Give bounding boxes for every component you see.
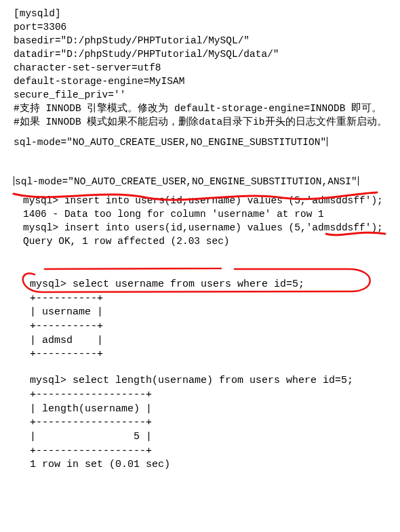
- config-comment-delete-ib: #如果 INNODB 模式如果不能启动，删除data目录下ib开头的日志文件重新…: [14, 115, 395, 129]
- config-charset: character-set-server=utf8: [14, 61, 395, 75]
- config-section: [mysqld]: [14, 7, 395, 20]
- term1-line4: Query OK, 1 row affected (2.03 sec): [23, 234, 395, 248]
- config-comment-innodb: #支持 INNODB 引擎模式。修改为 default-storage-engi…: [14, 102, 395, 115]
- config-port: port=3306: [14, 20, 395, 34]
- config-sqlmode-1: sql-mode="NO_AUTO_CREATE_USER,NO_ENGINE_…: [14, 136, 395, 149]
- query-1-block: mysql> select username from users where …: [14, 275, 395, 362]
- config-secure: secure_file_priv='': [14, 88, 395, 102]
- query-2-block: mysql> select length(username) from user…: [14, 371, 395, 472]
- config-block: [mysqld] port=3306 basedir="D:/phpStudy/…: [14, 7, 395, 149]
- config-basedir: basedir="D:/phpStudy/PHPTutorial/MySQL/": [14, 34, 395, 47]
- config-datadir: datadir="D:/phpStudy/PHPTutorial/MySQL/d…: [14, 47, 395, 61]
- terminal-output-1: mysql> insert into users(id,username) va…: [14, 194, 395, 248]
- config-engine: default-storage-engine=MyISAM: [14, 75, 395, 88]
- term1-line2: 1406 - Data too long for column 'usernam…: [23, 207, 395, 221]
- config-sqlmode-2: sql-mode="NO_AUTO_CREATE_USER,NO_ENGINE_…: [14, 175, 395, 188]
- term1-line3: mysql> insert into users(id,username) va…: [23, 221, 395, 234]
- term1-line1: mysql> insert into users(id,username) va…: [23, 194, 395, 207]
